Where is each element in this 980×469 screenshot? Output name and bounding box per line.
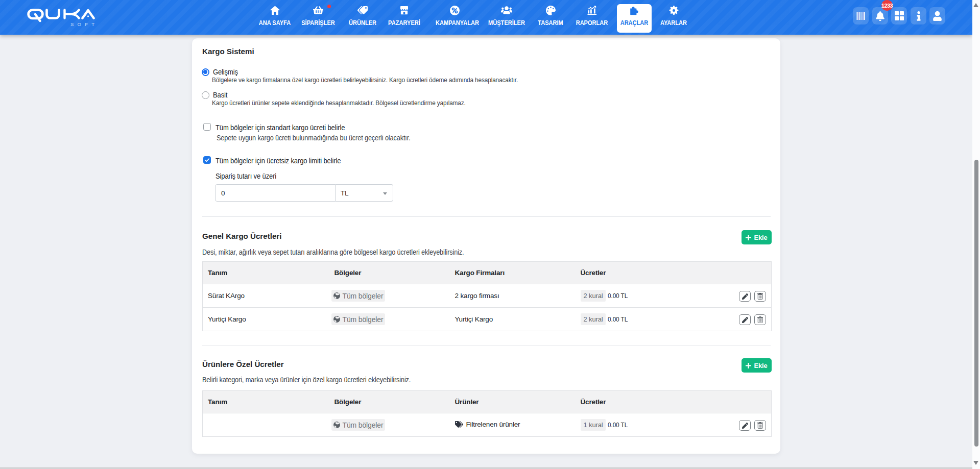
svg-text:SOFT: SOFT xyxy=(70,21,97,27)
